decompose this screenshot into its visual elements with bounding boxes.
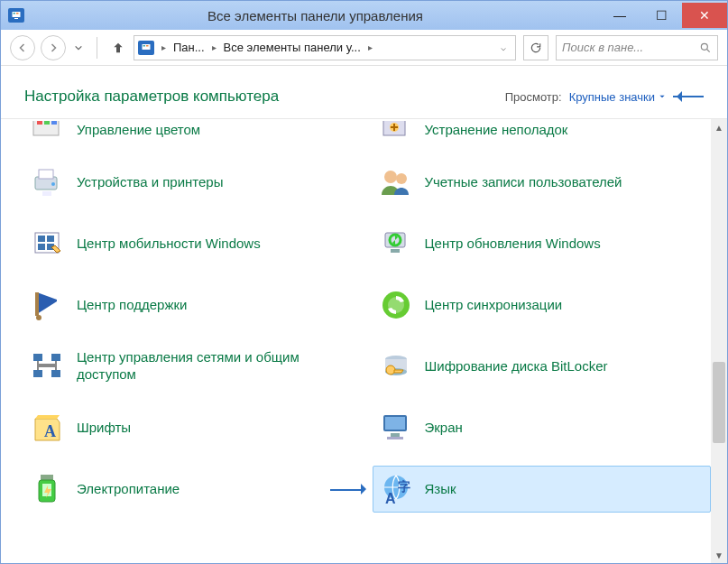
user-accounts-icon [378,164,414,200]
cp-item-fonts[interactable]: A Шрифты [24,404,364,451]
network-sharing-icon [30,348,66,384]
item-label: Учетные записи пользователей [425,174,622,191]
vertical-scrollbar[interactable]: ▲ ▼ [711,119,727,563]
content-wrap: Управление цветом Устранение неполадок У… [1,119,727,563]
svg-rect-4 [143,44,151,50]
search-box[interactable] [556,35,718,60]
svg-text:A: A [44,422,56,440]
sync-center-icon [378,287,414,323]
item-label: Центр мобильности Windows [77,236,261,253]
window-title: Все элементы панели управления [32,8,599,23]
view-value-text: Крупные значки [569,90,655,104]
svg-rect-0 [13,12,21,17]
control-panel-icon [138,41,154,55]
svg-rect-9 [37,121,42,125]
cp-item-language[interactable]: A字 Язык [373,466,712,513]
svg-rect-1 [14,13,16,14]
svg-point-16 [51,182,55,186]
address-bar[interactable]: ▸ Пан... ▸ Все элементы панели у... ▸ ⌵ [134,35,516,60]
breadcrumb-root[interactable]: ▸ Пан... ▸ Все элементы панели у... ▸ [138,41,376,55]
recent-dropdown[interactable] [71,38,86,58]
svg-rect-45 [41,475,53,480]
troubleshooting-icon [378,121,414,139]
cp-item-troubleshooting[interactable]: Устранение неполадок [373,119,712,144]
item-label: Язык [425,481,456,498]
page-title: Настройка параметров компьютера [24,88,505,106]
language-icon: A字 [378,471,414,507]
control-panel-items: Управление цветом Устранение неполадок У… [1,119,711,563]
close-button[interactable]: ✕ [682,3,727,28]
cp-item-color-management[interactable]: Управление цветом [24,119,364,144]
svg-rect-3 [14,18,18,19]
divider [97,37,97,59]
chevron-down-icon[interactable]: ⌵ [501,42,506,52]
svg-rect-33 [51,354,60,361]
fonts-icon: A [30,410,66,446]
cp-item-action-center[interactable]: Центр поддержки [24,282,364,328]
view-dropdown[interactable]: Крупные значки [569,90,666,104]
scroll-up-button[interactable]: ▲ [711,119,727,135]
scroll-thumb[interactable] [713,362,725,443]
app-icon [8,8,24,23]
item-label: Шифрование диска BitLocker [425,358,608,375]
breadcrumb-item[interactable]: Пан... [173,41,205,54]
svg-rect-44 [387,437,403,439]
color-management-icon [30,121,66,139]
view-label: Просмотр: [505,90,562,104]
forward-button[interactable] [41,35,66,60]
windows-update-icon [378,226,414,262]
item-label: Устранение неполадок [425,122,568,139]
display-icon [378,410,414,446]
chevron-right-icon[interactable]: ▸ [161,42,166,52]
svg-point-29 [36,315,41,320]
svg-rect-21 [38,236,45,242]
cp-item-devices-printers[interactable]: Устройства и принтеры [24,159,364,206]
chevron-right-icon[interactable]: ▸ [212,42,217,52]
search-input[interactable] [562,41,699,54]
svg-rect-23 [38,244,45,250]
search-icon [699,42,712,54]
svg-rect-17 [42,191,51,196]
item-label: Электропитание [77,481,180,498]
cp-item-power-options[interactable]: Электропитание [24,466,364,513]
item-label: Центр синхронизации [425,297,563,314]
cp-item-sync-center[interactable]: Центр синхронизации [373,282,712,328]
svg-rect-22 [47,236,54,242]
svg-rect-6 [146,45,149,47]
bitlocker-icon [378,348,414,384]
svg-rect-15 [39,170,53,179]
chevron-down-icon [659,93,666,100]
up-button[interactable] [106,36,130,60]
svg-rect-11 [51,121,57,125]
cp-item-bitlocker[interactable]: Шифрование диска BitLocker [373,343,712,390]
svg-point-7 [701,43,707,50]
devices-printers-icon [30,164,66,200]
item-label: Устройства и принтеры [77,174,223,191]
cp-item-user-accounts[interactable]: Учетные записи пользователей [373,159,712,206]
svg-rect-34 [33,370,42,377]
svg-rect-42 [385,417,405,430]
chevron-right-icon[interactable]: ▸ [368,42,373,52]
svg-rect-2 [16,13,19,14]
svg-text:字: 字 [398,479,410,494]
scroll-down-button[interactable]: ▼ [711,547,727,563]
cp-item-display[interactable]: Экран [373,404,712,451]
cp-item-network-sharing[interactable]: Центр управления сетями и общим доступом [24,343,364,390]
maximize-button[interactable]: ☐ [640,3,682,28]
scroll-track[interactable] [711,135,727,547]
toolbar: ▸ Пан... ▸ Все элементы панели у... ▸ ⌵ [1,30,727,66]
minimize-button[interactable]: — [599,3,640,28]
cp-item-mobility-center[interactable]: Центр мобильности Windows [24,220,364,267]
svg-point-19 [396,173,407,184]
cp-item-windows-update[interactable]: Центр обновления Windows [373,220,712,267]
power-options-icon [30,471,66,507]
control-panel-window: Все элементы панели управления — ☐ ✕ ▸ [0,0,728,564]
window-controls: — ☐ ✕ [599,3,727,28]
svg-rect-35 [51,370,60,377]
back-button[interactable] [10,35,35,60]
breadcrumb-item[interactable]: Все элементы панели у... [224,41,361,54]
refresh-button[interactable] [523,35,548,60]
item-label: Шрифты [77,420,131,437]
svg-rect-10 [44,121,50,125]
svg-rect-5 [143,45,146,47]
